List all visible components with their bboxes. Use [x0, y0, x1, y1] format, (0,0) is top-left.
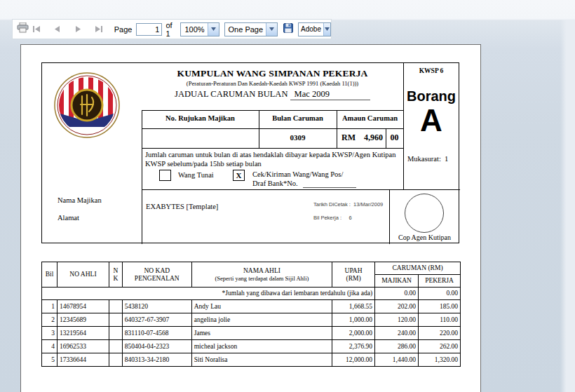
ref-col-rujukan: No. Rujukan Majikan [142, 110, 259, 128]
cash-checkbox [159, 170, 171, 181]
chevron-down-icon [266, 23, 277, 36]
previous-page-button[interactable] [52, 21, 64, 38]
col-upah: UPAH(RM) [332, 262, 375, 288]
carry-pekerja: 0.00 [419, 288, 461, 300]
col-bil: Bil [42, 262, 58, 288]
printed-date-line: Tarikh DiCetak : 13/Mar/2009 [313, 201, 383, 208]
col-no-kad: NO KADPENGENALAN [122, 262, 191, 288]
next-page-button[interactable] [72, 21, 84, 38]
cheque-label-line1: Cek/Kiriman Wang/Wang Pos/ [252, 170, 343, 178]
printer-icon [17, 22, 29, 36]
report-title: KUMPULAN WANG SIMPANAN PEKERJA [142, 68, 403, 79]
view-mode-value: One Page [225, 23, 266, 36]
agent-stamp-label: Cop Agen Kutipan [389, 234, 460, 241]
members-table: Bil NO AHLI NK NO KADPENGENALAN NAMA AHL… [41, 262, 461, 367]
col-majikan: MAJIKAN [375, 275, 419, 288]
carry-forward-label: *Jumlah yang dibawa dari lembaran terdah… [42, 288, 375, 300]
report-subtitle: (Peraturan-Peraturan Dan Kaedah-Kaedah K… [142, 80, 403, 87]
col-caruman: CARUMAN (RM) [375, 262, 461, 275]
print-button[interactable] [17, 21, 29, 38]
save-floppy-icon [283, 23, 293, 36]
ref-bulan-value: 0309 [259, 133, 337, 142]
ref-amount: 4,960 [337, 133, 383, 143]
report-viewer-window: Page of 1 100% One Page [0, 0, 575, 392]
chevron-down-icon [323, 23, 330, 36]
go-last-icon [93, 23, 103, 36]
member-row: 114678954 5438120 Andy Lau1,668.55 202.0… [42, 300, 461, 313]
employer-address-label: Alamat [58, 214, 79, 222]
last-page-button[interactable] [93, 21, 104, 38]
page-number-line: Mukasurat: 1 [407, 155, 448, 163]
member-row: 416962533 850404-04-2323 micheal jackson… [42, 340, 461, 353]
mukasurat-label: Mukasurat: [407, 155, 441, 163]
page-label: Page [114, 25, 133, 34]
borang-word: Borang [400, 88, 462, 104]
go-next-icon [74, 23, 81, 36]
cash-label: Wang Tunai [178, 171, 214, 179]
report-page: KUMPULAN WANG SIMPANAN PEKERJA (Peratura… [20, 44, 481, 392]
ref-col-amaun: Amaun Caruman [337, 110, 403, 128]
carry-forward-row: *Jumlah yang dibawa dari lembaran terdah… [42, 288, 461, 300]
printed-date-value: 13/Mar/2009 [353, 201, 383, 208]
zoom-value: 100% [181, 23, 207, 36]
col-no-ahli: NO AHLI [57, 262, 109, 288]
ref-cents: 00 [386, 133, 403, 143]
viewer-toolbar: Page of 1 100% One Page [12, 19, 332, 39]
payment-note: Jumlah caruman untuk bulan di atas henda… [145, 151, 400, 168]
mukasurat-value: 1 [445, 155, 448, 163]
col-nama: NAMA AHLI(Seperti yang terdapat dalam Si… [191, 262, 332, 288]
chevron-down-icon [208, 23, 219, 36]
form-number: KWSP 6 [403, 67, 459, 74]
workers-count-label: Bil Pekerja : [313, 215, 341, 221]
viewer-right-margin [560, 20, 575, 392]
agent-stamp-circle [405, 194, 444, 233]
col-pekerja: PEKERJA [419, 275, 461, 288]
col-nk: NK [109, 262, 122, 288]
export-button[interactable] [282, 21, 294, 38]
schedule-line: JADUAL CARUMAN BULAN Mac 2009 [142, 89, 403, 100]
go-previous-icon [54, 23, 61, 36]
borang-letter: A [403, 105, 459, 136]
schedule-label: JADUAL CARUMAN BULAN [175, 89, 288, 99]
form-header-box: KUMPULAN WANG SIMPANAN PEKERJA (Peratura… [41, 62, 459, 243]
report-title-block: KUMPULAN WANG SIMPANAN PEKERJA (Peratura… [142, 68, 403, 100]
printed-date-label: Tarikh DiCetak : [313, 201, 351, 208]
member-row: 517336644 840313-34-2180 Siti Noralisa12… [42, 353, 461, 367]
workers-count-line: Bil Pekerja : 6 [313, 215, 352, 221]
go-first-icon [32, 23, 42, 36]
member-row: 313219564 831110-07-4568 James2,000.00 2… [42, 327, 461, 340]
view-mode-select[interactable]: One Page [224, 22, 278, 36]
carry-majikan: 0.00 [375, 288, 419, 300]
page-number-input[interactable] [136, 23, 162, 36]
first-page-button[interactable] [32, 21, 43, 38]
member-row: 212345689 640327-67-3907 angelina jolie1… [42, 313, 461, 327]
cheque-checkbox: X [233, 170, 245, 181]
cheque-label-line2: Draf Bank*No. [252, 180, 298, 187]
schedule-month: Mac 2009 [290, 89, 370, 100]
zoom-select[interactable]: 100% [180, 22, 219, 36]
employer-name-label: Nama Majikan [58, 196, 102, 204]
kwsp-logo [54, 72, 120, 138]
export-format-value: Adobe Pdf [299, 23, 323, 36]
page-count-label: of 1 [165, 21, 175, 38]
ref-col-bulan: Bulan Caruman [259, 110, 337, 128]
export-format-select[interactable]: Adobe Pdf [298, 22, 331, 36]
employer-name-value: EXABYTES [Template] [146, 203, 218, 210]
workers-count-value: 6 [349, 215, 351, 221]
